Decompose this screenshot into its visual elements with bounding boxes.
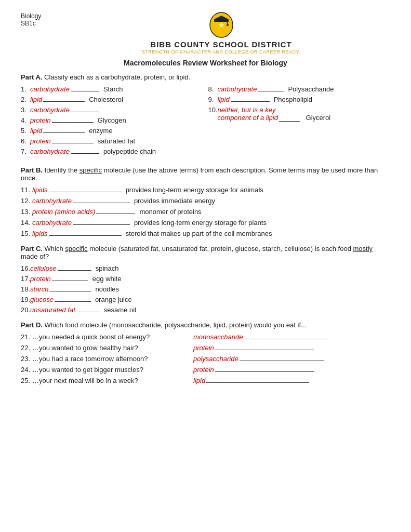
part-c-items: 16. cellulose spinach 17. protein egg wh… [21,264,390,314]
part-a-heading: Part A. Classify each as a carbohydrate,… [21,73,390,81]
part-a-left: 1. carbohydrate Starch 2. lipid Choleste… [21,85,203,158]
list-item: 14. carbohydrate provides long-term ener… [21,219,390,227]
list-item: 9. lipid Phospholipid [208,96,391,103]
list-item: 13. protein (amino acids) monomer of pro… [21,208,390,216]
part-a-grid: 1. carbohydrate Starch 2. lipid Choleste… [21,85,390,158]
part-a-text: Classify each as a carbohydrate, protein… [42,73,190,81]
list-item: 22. …you wanted to grow healthy hair? pr… [21,344,390,352]
part-a-bold: Part A. [21,73,42,81]
list-item: 19. glucose orange juice [21,296,390,303]
list-item: 17. protein egg white [21,275,390,283]
school-info: Biology SB1c [21,12,52,27]
list-item: 25. …your next meal will be in a week? l… [21,377,390,384]
district-name: BIBB COUNTY SCHOOL DISTRICT [150,40,291,49]
part-a: Part A. Classify each as a carbohydrate,… [21,73,390,158]
part-c: Part C. Which specific molecule (saturat… [21,245,390,314]
district-tagline: STRENGTH OF CHARACTER AND COLLEGE OR CAR… [142,49,300,55]
list-item: 21. …you needed a quick boost of energy?… [21,333,390,341]
list-item: 24. …you wanted to get bigger muscles? p… [21,366,390,374]
list-item: 16. cellulose spinach [21,264,390,272]
logo-area: BIBB COUNTY SCHOOL DISTRICT STRENGTH OF … [52,10,390,55]
course-label: Biology [21,12,52,20]
list-item: 2. lipid Cholesterol [21,96,203,103]
list-item: 5. lipid enzyme [21,127,203,135]
list-item: 7. carbohydrate polypeptide chain [21,148,203,155]
part-c-heading: Part C. Which specific molecule (saturat… [21,245,390,260]
part-d-heading: Part D. Which food molecule (monosacchar… [21,321,390,329]
list-item: 6. protein saturated fat [21,137,203,145]
svg-point-5 [227,24,229,26]
part-b: Part B. Identify the specific molecule (… [21,166,390,237]
header: Biology SB1c BIBB COUNTY SCHOOL DISTRICT… [21,10,390,55]
list-item: 4. protein Glycogen [21,116,203,124]
list-item: 8. carbohydrate Polysaccharide [208,85,391,93]
part-b-heading: Part B. Identify the specific molecule (… [21,166,390,182]
district-logo [206,10,237,39]
course-code: SB1c [21,20,52,27]
list-item: 18. starch noodles [21,285,390,293]
list-item: 23. …you had a race tomorrow afternoon? … [21,355,390,363]
list-item: 15. lipids steroid that makes up part of… [21,230,390,237]
list-item: 12. carbohydrate provides immediate ener… [21,197,390,205]
list-item: 11. lipids provides long-term energy sto… [21,186,390,194]
list-item: 20. unsaturated fat sesame oil [21,306,390,314]
list-item: 1. carbohydrate Starch [21,85,203,93]
list-item: 10. neither, but is a keycomponent of a … [208,106,391,122]
part-a-right: 8. carbohydrate Polysaccharide 9. lipid … [208,85,391,158]
list-item: 3. carbohydrate [21,106,203,114]
worksheet-title: Macromolecules Review Worksheet for Biol… [21,59,390,67]
part-d: Part D. Which food molecule (monosacchar… [21,321,390,384]
